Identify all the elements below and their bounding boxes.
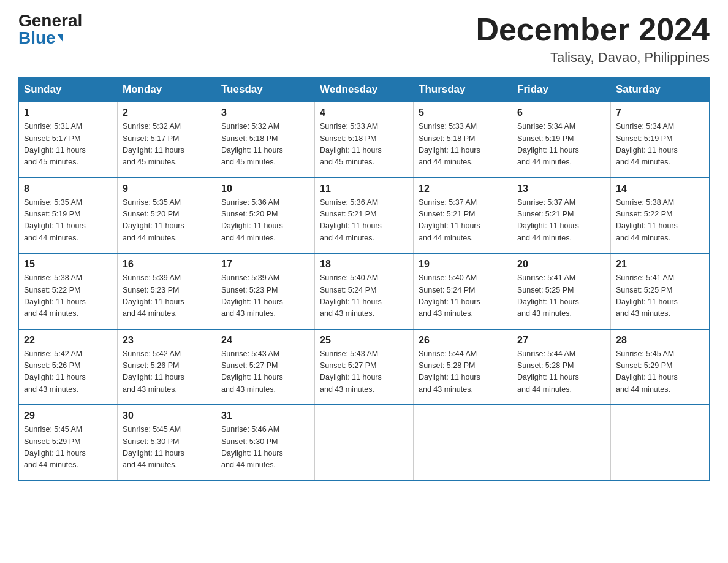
day-info: Sunrise: 5:36 AM Sunset: 5:20 PM Dayligh… [221,197,309,245]
day-number: 5 [419,107,507,118]
calendar-cell: 12 Sunrise: 5:37 AM Sunset: 5:21 PM Dayl… [414,178,512,254]
calendar-cell: 3 Sunrise: 5:32 AM Sunset: 5:18 PM Dayli… [216,102,315,178]
day-info: Sunrise: 5:44 AM Sunset: 5:28 PM Dayligh… [517,348,605,396]
day-number: 10 [221,183,309,194]
calendar-cell: 21 Sunrise: 5:41 AM Sunset: 5:25 PM Dayl… [611,253,710,329]
calendar-cell: 14 Sunrise: 5:38 AM Sunset: 5:22 PM Dayl… [611,178,710,254]
title-section: December 2024 Talisay, Davao, Philippine… [476,12,710,66]
calendar-cell [611,405,710,481]
calendar-cell: 8 Sunrise: 5:35 AM Sunset: 5:19 PM Dayli… [19,178,118,254]
day-number: 6 [517,107,605,118]
day-info: Sunrise: 5:43 AM Sunset: 5:27 PM Dayligh… [221,348,309,396]
week-row-5: 29 Sunrise: 5:45 AM Sunset: 5:29 PM Dayl… [19,405,710,481]
day-number: 26 [419,335,507,346]
calendar-cell: 10 Sunrise: 5:36 AM Sunset: 5:20 PM Dayl… [216,178,315,254]
logo-arrow-icon [57,34,63,42]
calendar-cell [414,405,512,481]
header-monday: Monday [118,77,216,102]
day-number: 8 [24,183,112,194]
calendar-cell: 2 Sunrise: 5:32 AM Sunset: 5:17 PM Dayli… [118,102,216,178]
calendar-cell: 29 Sunrise: 5:45 AM Sunset: 5:29 PM Dayl… [19,405,118,481]
header-tuesday: Tuesday [216,77,315,102]
day-info: Sunrise: 5:43 AM Sunset: 5:27 PM Dayligh… [320,348,408,396]
day-number: 14 [616,183,704,194]
day-number: 25 [320,335,408,346]
day-info: Sunrise: 5:38 AM Sunset: 5:22 PM Dayligh… [24,272,112,320]
day-info: Sunrise: 5:41 AM Sunset: 5:25 PM Dayligh… [616,272,704,320]
day-number: 22 [24,335,112,346]
day-number: 3 [221,107,309,118]
day-number: 2 [123,107,211,118]
calendar-cell [315,405,414,481]
header-sunday: Sunday [19,77,118,102]
day-info: Sunrise: 5:37 AM Sunset: 5:21 PM Dayligh… [419,197,507,245]
logo-blue-text: Blue [18,29,56,47]
calendar-table: Sunday Monday Tuesday Wednesday Thursday… [18,77,710,481]
day-info: Sunrise: 5:46 AM Sunset: 5:30 PM Dayligh… [221,424,309,472]
calendar-cell: 18 Sunrise: 5:40 AM Sunset: 5:24 PM Dayl… [315,253,414,329]
day-info: Sunrise: 5:32 AM Sunset: 5:17 PM Dayligh… [123,121,211,169]
day-number: 18 [320,259,408,270]
location-subtitle: Talisay, Davao, Philippines [476,50,710,66]
calendar-cell: 9 Sunrise: 5:35 AM Sunset: 5:20 PM Dayli… [118,178,216,254]
day-info: Sunrise: 5:44 AM Sunset: 5:28 PM Dayligh… [419,348,507,396]
calendar-cell: 5 Sunrise: 5:33 AM Sunset: 5:18 PM Dayli… [414,102,512,178]
day-number: 12 [419,183,507,194]
day-number: 11 [320,183,408,194]
day-info: Sunrise: 5:38 AM Sunset: 5:22 PM Dayligh… [616,197,704,245]
day-info: Sunrise: 5:42 AM Sunset: 5:26 PM Dayligh… [24,348,112,396]
day-info: Sunrise: 5:45 AM Sunset: 5:29 PM Dayligh… [616,348,704,396]
day-info: Sunrise: 5:35 AM Sunset: 5:19 PM Dayligh… [24,197,112,245]
day-number: 15 [24,259,112,270]
logo-general-text: General [18,12,82,29]
header-wednesday: Wednesday [315,77,414,102]
calendar-cell: 25 Sunrise: 5:43 AM Sunset: 5:27 PM Dayl… [315,329,414,405]
day-number: 28 [616,335,704,346]
week-row-3: 15 Sunrise: 5:38 AM Sunset: 5:22 PM Dayl… [19,253,710,329]
day-info: Sunrise: 5:40 AM Sunset: 5:24 PM Dayligh… [320,272,408,320]
calendar-cell: 15 Sunrise: 5:38 AM Sunset: 5:22 PM Dayl… [19,253,118,329]
calendar-cell: 1 Sunrise: 5:31 AM Sunset: 5:17 PM Dayli… [19,102,118,178]
calendar-cell: 27 Sunrise: 5:44 AM Sunset: 5:28 PM Dayl… [512,329,611,405]
calendar-cell: 11 Sunrise: 5:36 AM Sunset: 5:21 PM Dayl… [315,178,414,254]
calendar-cell: 6 Sunrise: 5:34 AM Sunset: 5:19 PM Dayli… [512,102,611,178]
day-number: 13 [517,183,605,194]
day-info: Sunrise: 5:35 AM Sunset: 5:20 PM Dayligh… [123,197,211,245]
day-number: 17 [221,259,309,270]
day-number: 1 [24,107,112,118]
day-number: 4 [320,107,408,118]
day-info: Sunrise: 5:39 AM Sunset: 5:23 PM Dayligh… [123,272,211,320]
calendar-cell: 26 Sunrise: 5:44 AM Sunset: 5:28 PM Dayl… [414,329,512,405]
day-info: Sunrise: 5:39 AM Sunset: 5:23 PM Dayligh… [221,272,309,320]
calendar-cell: 23 Sunrise: 5:42 AM Sunset: 5:26 PM Dayl… [118,329,216,405]
calendar-cell: 4 Sunrise: 5:33 AM Sunset: 5:18 PM Dayli… [315,102,414,178]
day-number: 27 [517,335,605,346]
week-row-2: 8 Sunrise: 5:35 AM Sunset: 5:19 PM Dayli… [19,178,710,254]
day-info: Sunrise: 5:33 AM Sunset: 5:18 PM Dayligh… [320,121,408,169]
calendar-cell: 31 Sunrise: 5:46 AM Sunset: 5:30 PM Dayl… [216,405,315,481]
logo: General Blue [18,12,82,47]
header-friday: Friday [512,77,611,102]
day-number: 9 [123,183,211,194]
day-number: 23 [123,335,211,346]
day-number: 20 [517,259,605,270]
calendar-cell: 16 Sunrise: 5:39 AM Sunset: 5:23 PM Dayl… [118,253,216,329]
day-number: 24 [221,335,309,346]
day-number: 19 [419,259,507,270]
calendar-cell [512,405,611,481]
month-year-title: December 2024 [476,12,710,47]
calendar-cell: 20 Sunrise: 5:41 AM Sunset: 5:25 PM Dayl… [512,253,611,329]
header-thursday: Thursday [414,77,512,102]
week-row-4: 22 Sunrise: 5:42 AM Sunset: 5:26 PM Dayl… [19,329,710,405]
header-saturday: Saturday [611,77,710,102]
week-row-1: 1 Sunrise: 5:31 AM Sunset: 5:17 PM Dayli… [19,102,710,178]
calendar-cell: 22 Sunrise: 5:42 AM Sunset: 5:26 PM Dayl… [19,329,118,405]
day-number: 29 [24,410,112,421]
calendar-cell: 17 Sunrise: 5:39 AM Sunset: 5:23 PM Dayl… [216,253,315,329]
day-info: Sunrise: 5:45 AM Sunset: 5:29 PM Dayligh… [24,424,112,472]
day-info: Sunrise: 5:40 AM Sunset: 5:24 PM Dayligh… [419,272,507,320]
calendar-cell: 13 Sunrise: 5:37 AM Sunset: 5:21 PM Dayl… [512,178,611,254]
day-info: Sunrise: 5:34 AM Sunset: 5:19 PM Dayligh… [517,121,605,169]
day-number: 7 [616,107,704,118]
day-info: Sunrise: 5:36 AM Sunset: 5:21 PM Dayligh… [320,197,408,245]
